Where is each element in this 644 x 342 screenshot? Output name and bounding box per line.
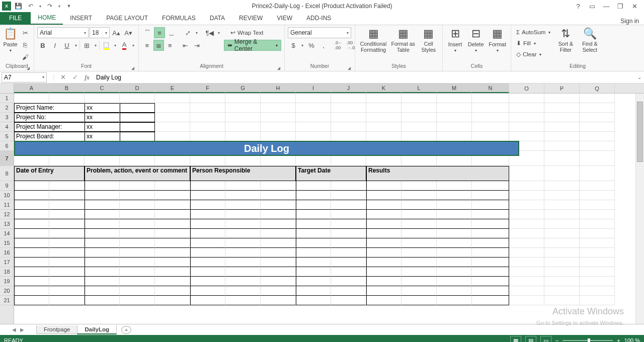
row-header[interactable]: 16: [0, 248, 14, 258]
cell[interactable]: [155, 122, 190, 132]
cell[interactable]: [155, 277, 190, 286]
cell[interactable]: [509, 219, 544, 229]
cell[interactable]: [331, 238, 366, 248]
cell[interactable]: [366, 219, 401, 229]
cell[interactable]: [155, 181, 190, 191]
row-header[interactable]: 4: [0, 122, 14, 132]
row-header[interactable]: 13: [0, 219, 14, 229]
cell[interactable]: [437, 132, 472, 141]
cell[interactable]: [14, 191, 49, 200]
help-icon[interactable]: ?: [572, 1, 585, 12]
cell[interactable]: [509, 103, 544, 113]
cell[interactable]: [437, 210, 472, 219]
tab-page-layout[interactable]: PAGE LAYOUT: [99, 12, 155, 25]
wrap-text-button[interactable]: ↩Wrap Text: [228, 28, 265, 38]
align-left-icon[interactable]: ≡: [142, 40, 152, 51]
cell[interactable]: [225, 229, 261, 238]
zoom-out-button[interactable]: −: [555, 337, 558, 342]
cell[interactable]: [331, 181, 366, 191]
cell[interactable]: [331, 219, 366, 229]
cell[interactable]: [120, 248, 155, 258]
cell[interactable]: [437, 296, 472, 305]
row-header[interactable]: 9: [0, 181, 14, 191]
cell[interactable]: [331, 267, 366, 277]
cell[interactable]: [261, 191, 296, 200]
cell[interactable]: [261, 238, 296, 248]
column-header[interactable]: Q: [580, 83, 615, 93]
save-icon[interactable]: 💾: [13, 1, 24, 12]
cell[interactable]: [155, 286, 190, 296]
cut-icon[interactable]: ✂: [20, 27, 31, 38]
cell[interactable]: [544, 122, 580, 132]
sign-in-link[interactable]: Sign in: [620, 18, 644, 25]
cell[interactable]: [49, 248, 85, 258]
cell[interactable]: [261, 181, 296, 191]
cell[interactable]: [14, 200, 49, 210]
cell[interactable]: [331, 113, 366, 122]
sort-filter-button[interactable]: ⇅Sort & Filter: [554, 27, 577, 53]
cell[interactable]: [155, 200, 190, 210]
column-header[interactable]: A: [14, 83, 49, 93]
cell[interactable]: [401, 258, 437, 267]
cell[interactable]: [401, 132, 437, 141]
cell[interactable]: [509, 286, 544, 296]
column-header[interactable]: L: [401, 83, 437, 93]
border-button[interactable]: ⊞: [81, 40, 92, 51]
cell[interactable]: [544, 94, 580, 103]
format-cells-button[interactable]: ▦Format▾: [487, 27, 508, 53]
cell[interactable]: [261, 132, 296, 141]
cell[interactable]: [296, 113, 331, 122]
cell[interactable]: Project No:: [14, 113, 85, 122]
tab-formulas[interactable]: FORMULAS: [155, 12, 203, 25]
clipboard-launcher[interactable]: ◢: [27, 66, 30, 70]
cell[interactable]: [437, 113, 472, 122]
page-break-view-icon[interactable]: ▭: [540, 336, 551, 342]
find-select-button[interactable]: 🔍Find & Select: [579, 27, 601, 53]
percent-format-icon[interactable]: %: [306, 40, 317, 51]
cell[interactable]: xx: [85, 113, 120, 122]
cell[interactable]: [296, 248, 331, 258]
align-center-icon[interactable]: ≣: [153, 40, 164, 51]
cell[interactable]: [296, 258, 331, 267]
cell[interactable]: [155, 248, 190, 258]
column-header[interactable]: M: [437, 83, 472, 93]
number-launcher[interactable]: ◢: [348, 66, 351, 70]
cell[interactable]: [296, 286, 331, 296]
normal-view-icon[interactable]: ▦: [510, 336, 521, 342]
cell[interactable]: [49, 229, 85, 238]
row-header[interactable]: 8: [0, 166, 14, 181]
cell[interactable]: [580, 191, 615, 200]
conditional-formatting-button[interactable]: ▦Conditional Formatting: [358, 27, 388, 53]
cell[interactable]: [49, 277, 85, 286]
cell[interactable]: [225, 277, 261, 286]
cell[interactable]: [472, 219, 509, 229]
cell[interactable]: [580, 166, 615, 181]
cell[interactable]: [49, 258, 85, 267]
merge-center-button[interactable]: ⬌Merge & Center▾: [224, 40, 281, 51]
cell[interactable]: [366, 181, 401, 191]
cell[interactable]: [544, 181, 580, 191]
align-top-icon[interactable]: ⎴: [142, 27, 153, 38]
font-size-combo[interactable]: 18▾: [90, 27, 110, 38]
cell[interactable]: [472, 103, 509, 113]
tab-insert[interactable]: INSERT: [63, 12, 99, 25]
cell[interactable]: Problem, action, event or comment: [85, 166, 190, 181]
rtl-icon[interactable]: ¶◀: [204, 27, 215, 38]
column-header[interactable]: I: [296, 83, 331, 93]
row-header[interactable]: 7: [0, 151, 14, 166]
cell[interactable]: [437, 219, 472, 229]
cell[interactable]: [225, 210, 261, 219]
cell[interactable]: [437, 238, 472, 248]
cell[interactable]: [437, 122, 472, 132]
column-header[interactable]: G: [225, 83, 261, 93]
cell[interactable]: [14, 267, 49, 277]
cell[interactable]: [14, 94, 49, 103]
tab-addins[interactable]: ADD-INS: [299, 12, 338, 25]
sheet-nav-prev[interactable]: ◀: [10, 327, 18, 332]
tab-review[interactable]: REVIEW: [232, 12, 270, 25]
cell[interactable]: [49, 210, 85, 219]
cell[interactable]: [509, 181, 544, 191]
cell[interactable]: [261, 258, 296, 267]
cell[interactable]: [472, 191, 509, 200]
redo-dropdown[interactable]: ▾: [57, 1, 62, 12]
